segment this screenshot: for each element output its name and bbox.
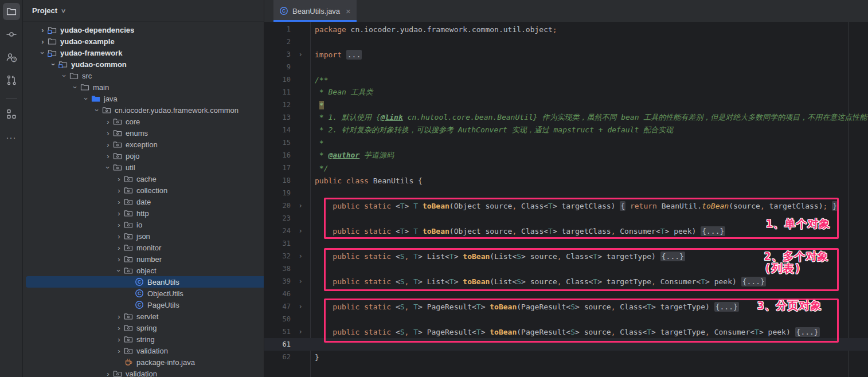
tree-item-validation[interactable]: ›validation	[23, 368, 264, 377]
tree-item-servlet[interactable]: ›servlet	[23, 311, 264, 322]
tab-beanutils-java[interactable]: C BeanUtils.java ×	[273, 0, 357, 22]
fold-marker-icon[interactable]: ›	[291, 328, 310, 336]
code-line-10[interactable]: 10/**	[264, 73, 868, 86]
chevron-collapsed-icon[interactable]: ›	[38, 37, 48, 46]
tree-item-date[interactable]: ›date	[23, 196, 264, 207]
chevron-expanded-icon[interactable]: ›	[49, 60, 58, 69]
close-icon[interactable]: ×	[346, 6, 351, 16]
chevron-expanded-icon[interactable]: ›	[115, 266, 123, 276]
chevron-expanded-icon[interactable]: ›	[71, 83, 80, 92]
tree-item-src[interactable]: ›src	[23, 70, 264, 81]
project-folder-icon[interactable]	[3, 3, 20, 20]
tree-item-number[interactable]: ›number	[23, 253, 264, 265]
code-line-31[interactable]: 31	[264, 237, 868, 250]
tree-item-exception[interactable]: ›exception	[23, 139, 264, 150]
tree-item-monitor[interactable]: ›monitor	[23, 242, 264, 253]
tree-item-json[interactable]: ›json	[23, 230, 264, 242]
code-line-46[interactable]: 46	[264, 288, 868, 300]
chevron-collapsed-icon[interactable]: ›	[114, 347, 124, 355]
chevron-collapsed-icon[interactable]: ›	[38, 26, 48, 34]
tree-item-http[interactable]: ›http	[23, 207, 264, 219]
tree-item-java[interactable]: ›java	[23, 93, 264, 104]
chevron-expanded-icon[interactable]: ›	[93, 105, 101, 115]
fold-marker-icon[interactable]: ›	[291, 277, 310, 285]
code-line-24[interactable]: 24› public static <T> T toBean(Object so…	[264, 225, 868, 237]
chevron-collapsed-icon[interactable]: ›	[114, 232, 124, 241]
chevron-collapsed-icon[interactable]: ›	[114, 335, 124, 344]
tree-item-core[interactable]: ›core	[23, 116, 264, 127]
chevron-collapsed-icon[interactable]: ›	[103, 370, 113, 377]
chevron-expanded-icon[interactable]: ›	[38, 48, 47, 58]
code-line-38[interactable]: 38	[264, 262, 868, 275]
fold-marker-icon[interactable]: ›	[291, 252, 310, 260]
tree-item-objectutils[interactable]: CObjectUtils	[23, 288, 264, 299]
fold-marker-icon[interactable]: ›	[291, 303, 310, 311]
chevron-collapsed-icon[interactable]: ›	[114, 186, 124, 195]
pull-requests-icon[interactable]	[3, 72, 20, 89]
code-line-62[interactable]: 62}	[264, 351, 868, 363]
tree-item-yudao-dependencies[interactable]: ›yudao-dependencies	[23, 24, 264, 36]
code-line-15[interactable]: 15 *	[264, 136, 868, 149]
code-line-18[interactable]: 18public class BeanUtils {	[264, 174, 868, 187]
fold-marker-icon[interactable]: ›	[291, 227, 310, 235]
structure-icon[interactable]	[3, 105, 20, 123]
code-line-39[interactable]: 39› public static <S, T> List<T> toBean(…	[264, 275, 868, 288]
tree-item-cache[interactable]: ›cache	[23, 173, 264, 184]
fold-marker-icon[interactable]: ›	[291, 50, 310, 58]
commit-icon[interactable]	[3, 26, 20, 43]
tree-item-spring[interactable]: ›spring	[23, 322, 264, 333]
chevron-collapsed-icon[interactable]: ›	[114, 244, 124, 252]
code-line-20[interactable]: 20› public static <T> T toBean(Object so…	[264, 199, 868, 212]
code-line-1[interactable]: 1package cn.iocoder.yudao.framework.comm…	[264, 23, 868, 36]
code-line-51[interactable]: 51› public static <S, T> PageResult<T> t…	[264, 325, 868, 338]
tree-item-enums[interactable]: ›enums	[23, 127, 264, 139]
community-help-icon[interactable]: ?	[3, 49, 20, 66]
chevron-collapsed-icon[interactable]: ›	[103, 129, 113, 138]
tree-item-util[interactable]: ›util	[23, 162, 264, 173]
chevron-expanded-icon[interactable]: ›	[82, 94, 91, 104]
code-line-61[interactable]: 61	[264, 338, 868, 351]
chevron-collapsed-icon[interactable]: ›	[114, 209, 124, 218]
tree-item-string[interactable]: ›string	[23, 333, 264, 345]
chevron-collapsed-icon[interactable]: ›	[103, 140, 113, 149]
tree-item-main[interactable]: ›main	[23, 81, 264, 93]
code-line-3[interactable]: 3›import ...	[264, 48, 868, 61]
chevron-down-icon[interactable]: ∨	[61, 7, 67, 14]
tree-item-object[interactable]: ›object	[23, 265, 264, 276]
chevron-expanded-icon[interactable]: ›	[104, 163, 112, 172]
project-panel-header[interactable]: Project ∨	[23, 0, 264, 22]
chevron-collapsed-icon[interactable]: ›	[114, 175, 124, 183]
code-line-23[interactable]: 23	[264, 212, 868, 225]
chevron-collapsed-icon[interactable]: ›	[114, 255, 124, 264]
code-line-16[interactable]: 16 * @author 芋道源码	[264, 149, 868, 162]
code-line-14[interactable]: 14 * 2. 针对复杂的对象转换，可以搜参考 AuthConvert 实现，通…	[264, 124, 868, 136]
code-line-50[interactable]: 50	[264, 313, 868, 325]
tree-item-yudao-common[interactable]: ›yudao-common	[23, 58, 264, 70]
code-line-47[interactable]: 47› public static <S, T> PageResult<T> t…	[264, 300, 868, 313]
chevron-collapsed-icon[interactable]: ›	[114, 198, 124, 206]
code-line-17[interactable]: 17 */	[264, 162, 868, 174]
chevron-collapsed-icon[interactable]: ›	[114, 312, 124, 321]
chevron-collapsed-icon[interactable]: ›	[114, 221, 124, 229]
code-line-19[interactable]: 19	[264, 187, 868, 199]
tree-item-cn-iocoder-yudao-framework-common[interactable]: ›cn.iocoder.yudao.framework.common	[23, 104, 264, 116]
code-line-32[interactable]: 32› public static <S, T> List<T> toBean(…	[264, 250, 868, 262]
more-icon[interactable]: ···	[3, 128, 20, 146]
chevron-expanded-icon[interactable]: ›	[60, 71, 69, 81]
chevron-collapsed-icon[interactable]: ›	[103, 117, 113, 126]
tree-item-validation[interactable]: ›validation	[23, 345, 264, 356]
code-line-9[interactable]: 9	[264, 61, 868, 73]
tree-item-collection[interactable]: ›collection	[23, 184, 264, 196]
tree-item-pageutils[interactable]: CPageUtils	[23, 299, 264, 311]
tree-item-package-info-java[interactable]: package-info.java	[23, 356, 264, 368]
code-line-13[interactable]: 13 * 1. 默认使用 {@link cn.hutool.core.bean.…	[264, 111, 868, 124]
code-line-11[interactable]: 11 * Bean 工具类	[264, 86, 868, 99]
code-line-2[interactable]: 2	[264, 36, 868, 48]
fold-marker-icon[interactable]: ›	[291, 202, 310, 210]
tree-item-beanutils[interactable]: CBeanUtils	[26, 276, 264, 288]
tree-item-yudao-example[interactable]: ›yudao-example	[23, 36, 264, 47]
chevron-collapsed-icon[interactable]: ›	[103, 152, 113, 160]
code-line-12[interactable]: 12 *	[264, 99, 868, 111]
tree-item-pojo[interactable]: ›pojo	[23, 150, 264, 162]
chevron-collapsed-icon[interactable]: ›	[114, 324, 124, 332]
